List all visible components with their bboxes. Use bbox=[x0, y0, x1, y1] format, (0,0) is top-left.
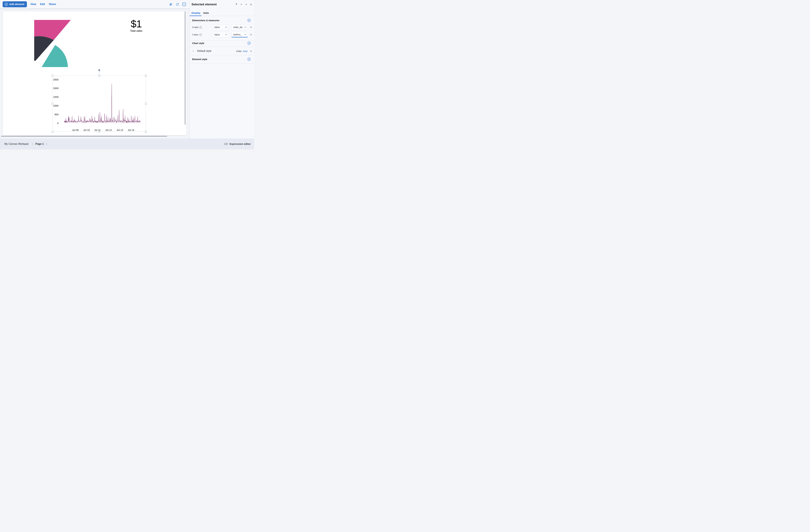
toolbar-right-icons bbox=[169, 0, 186, 9]
send-backward-button[interactable] bbox=[245, 3, 247, 6]
selected-chart-element[interactable]: 05001000150020002500Jul 09Jul 10Jul 11Ju… bbox=[52, 76, 146, 132]
y-axis-field-select[interactable]: taxless_ bbox=[231, 32, 248, 37]
info-icon bbox=[199, 26, 202, 29]
vertical-scrollbar[interactable] bbox=[185, 11, 185, 125]
x-axis-label-text: X-axis bbox=[192, 26, 198, 29]
top-toolbar: Add element View Edit Share bbox=[0, 0, 190, 9]
line-chart: 05001000150020002500Jul 09Jul 10Jul 11Ju… bbox=[52, 76, 146, 132]
x-axis-measure-select[interactable]: Value bbox=[212, 24, 229, 30]
expand-default-style-chevron[interactable]: › bbox=[193, 49, 194, 53]
y-axis-row-label: Y-axis bbox=[192, 33, 202, 36]
menu-view[interactable]: View bbox=[30, 3, 36, 6]
y-axis-measure-select[interactable]: Value bbox=[212, 32, 229, 37]
y-tick-label: 500 bbox=[54, 113, 59, 116]
hide-editing-controls-button[interactable] bbox=[169, 3, 173, 6]
resize-handle-n[interactable] bbox=[98, 75, 100, 77]
y-tick-label: 2000 bbox=[53, 87, 59, 89]
metric-value: $1 bbox=[112, 19, 161, 29]
color-label: Color bbox=[236, 50, 242, 52]
tab-display[interactable]: Display bbox=[192, 12, 200, 14]
tab-data[interactable]: Data bbox=[203, 12, 209, 14]
chevron-down-icon bbox=[244, 27, 246, 28]
horizontal-scrollbar[interactable] bbox=[1, 136, 167, 137]
y-axis-field-value: taxless_ bbox=[233, 33, 243, 36]
fullscreen-icon bbox=[182, 2, 186, 6]
workpad-workspace: $1 Total sales 05001000150020002500Jul 0… bbox=[0, 9, 190, 138]
expression-editor-label: Expression editor bbox=[229, 143, 251, 146]
chart-area-fill bbox=[64, 84, 140, 123]
add-element-label: Add element bbox=[9, 3, 24, 6]
plus-circle-icon bbox=[247, 19, 251, 22]
metric-element[interactable]: $1 Total sales bbox=[112, 19, 161, 32]
expression-editor-toggle[interactable]: Expression editor bbox=[224, 143, 251, 146]
x-tick-label: Jul 09 bbox=[72, 129, 79, 131]
chart-style-title: Chart style bbox=[192, 42, 204, 45]
menu-edit[interactable]: Edit bbox=[40, 3, 45, 6]
dimensions-measures-title: Dimensions & measures bbox=[192, 19, 220, 22]
plus-circle-icon bbox=[4, 3, 8, 6]
bring-forward-button[interactable] bbox=[240, 3, 243, 6]
y-tick-label: 0 bbox=[57, 122, 59, 124]
x-tick-label: Jul 12 bbox=[105, 129, 112, 131]
resize-handle-ne[interactable] bbox=[145, 75, 147, 77]
workpad-page[interactable]: $1 Total sales 05001000150020002500Jul 0… bbox=[3, 11, 187, 135]
refresh-button[interactable] bbox=[176, 3, 179, 6]
x-axis-row-label: X-axis bbox=[192, 26, 202, 29]
color-auto-link[interactable]: Auto bbox=[243, 50, 247, 52]
menu-share[interactable]: Share bbox=[49, 3, 56, 6]
chart-line-series bbox=[64, 84, 140, 123]
add-chart-style-button[interactable] bbox=[247, 41, 251, 45]
resize-handle-se[interactable] bbox=[145, 131, 147, 133]
x-axis-field-value: order_da bbox=[233, 26, 243, 29]
panel-title: Selected element bbox=[192, 3, 216, 6]
add-element-button[interactable]: Add element bbox=[3, 1, 27, 7]
info-icon bbox=[199, 34, 202, 36]
chevron-down-icon bbox=[245, 3, 247, 6]
y-tick-label: 2500 bbox=[53, 78, 59, 81]
remove-y-axis-button[interactable]: ✕ bbox=[250, 33, 253, 36]
active-tab-underline bbox=[190, 16, 201, 16]
selected-element-panel: Selected element bbox=[190, 0, 254, 138]
fullscreen-button[interactable] bbox=[182, 2, 186, 6]
page-label[interactable]: Page 1 bbox=[35, 143, 44, 146]
resize-handle-e[interactable] bbox=[145, 103, 147, 105]
kibana-logo-image[interactable] bbox=[34, 20, 71, 67]
page-navigation: ‹ Page 1 › bbox=[31, 142, 48, 146]
x-axis-field-select[interactable]: order_da bbox=[231, 24, 248, 30]
add-element-style-button[interactable] bbox=[247, 57, 251, 61]
add-dimension-button[interactable] bbox=[247, 19, 251, 22]
y-tick-label: 1500 bbox=[53, 96, 59, 98]
plus-circle-icon bbox=[247, 57, 251, 61]
default-style-label[interactable]: Default style bbox=[197, 50, 211, 52]
x-axis-measure-value: Value bbox=[214, 26, 225, 29]
y-tick-label: 1000 bbox=[53, 104, 59, 107]
code-icon bbox=[224, 143, 228, 146]
workpad-name[interactable]: My Canvas Workpad bbox=[4, 143, 28, 146]
remove-default-style-button[interactable]: ✕ bbox=[250, 50, 253, 53]
send-to-back-button[interactable] bbox=[250, 3, 253, 6]
y-axis-label-text: Y-axis bbox=[192, 33, 198, 36]
resize-handle-nw[interactable] bbox=[52, 75, 53, 77]
chevron-down-icon bbox=[225, 34, 227, 35]
refresh-icon bbox=[176, 3, 179, 6]
resize-handle-sw[interactable] bbox=[52, 131, 53, 133]
x-tick-label: Jul 10 bbox=[83, 129, 90, 131]
arrow-up-icon bbox=[235, 3, 238, 6]
chevron-up-icon bbox=[240, 3, 243, 6]
remove-x-axis-button[interactable]: ✕ bbox=[250, 26, 253, 29]
resize-handle-w[interactable] bbox=[52, 103, 53, 105]
section-divider bbox=[190, 47, 254, 47]
plus-circle-icon bbox=[247, 41, 251, 45]
arrow-down-icon bbox=[250, 3, 253, 6]
bring-to-front-button[interactable] bbox=[235, 3, 238, 6]
workpad-menu: View Edit Share bbox=[30, 3, 56, 6]
x-tick-label: Jul 14 bbox=[128, 129, 134, 131]
rotate-handle[interactable] bbox=[98, 69, 100, 71]
next-page-button[interactable]: › bbox=[45, 142, 48, 146]
chevron-down-icon bbox=[225, 27, 227, 28]
resize-handle-s[interactable] bbox=[98, 131, 100, 133]
metric-label: Total sales bbox=[112, 30, 161, 32]
element-style-title: Element style bbox=[192, 58, 207, 61]
x-tick-label: Jul 13 bbox=[117, 129, 123, 131]
previous-page-button[interactable]: ‹ bbox=[31, 142, 34, 146]
